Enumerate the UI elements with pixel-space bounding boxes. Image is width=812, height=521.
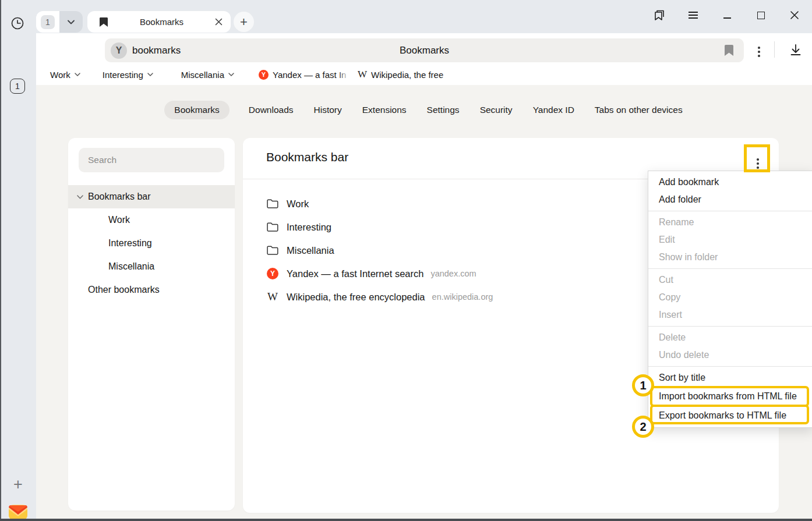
folder-label: Work xyxy=(50,70,70,80)
folder-icon xyxy=(266,199,279,208)
bookmarks-bar: Work Interesting Miscellania Y Yandex — … xyxy=(36,64,812,85)
manager-nav-tabs: Bookmarks Downloads History Extensions S… xyxy=(36,101,812,119)
chevron-down-icon xyxy=(75,73,80,76)
downloads-icon[interactable] xyxy=(788,42,804,58)
tab-group-chevron[interactable] xyxy=(59,11,83,33)
list-item-label: Yandex — a fast Internet search xyxy=(287,268,423,279)
close-button[interactable] xyxy=(788,8,802,22)
tab-group-count[interactable]: 1 xyxy=(36,11,59,33)
annotation-step-2: 2 xyxy=(632,416,654,438)
bookmarks-bar-folder-miscellania[interactable]: Miscellania xyxy=(181,70,234,80)
menu-item-sort-by-title[interactable]: Sort by title xyxy=(648,369,812,387)
bookmarks-bar-folder-interesting[interactable]: Interesting xyxy=(103,70,153,80)
wikipedia-favicon: W xyxy=(358,69,367,80)
folder-icon xyxy=(266,246,279,255)
search-box[interactable] xyxy=(79,148,224,172)
rail-tab-count-badge[interactable]: 1 xyxy=(10,79,25,94)
tab-settings[interactable]: Settings xyxy=(426,101,461,119)
window-edge-left xyxy=(0,0,1,521)
tab-history[interactable]: History xyxy=(313,101,343,119)
menu-item-add-folder[interactable]: Add folder xyxy=(648,191,812,208)
tree-item-work[interactable]: Work xyxy=(68,208,235,232)
search-input[interactable] xyxy=(88,155,215,165)
bookmarks-bar-link-yandex[interactable]: Y Yandex — a fast In xyxy=(259,70,349,80)
list-item-domain: yandex.com xyxy=(430,269,476,278)
menu-item-cut: Cut xyxy=(648,271,812,289)
tab-security[interactable]: Security xyxy=(479,101,514,119)
address-bar-page-title: Bookmarks xyxy=(105,38,744,62)
menu-item-edit: Edit xyxy=(648,231,812,249)
tree-item-label: Other bookmarks xyxy=(88,285,160,295)
annotation-step-1: 1 xyxy=(632,374,654,396)
folder-tree: Bookmarks bar Work Interesting Miscellan… xyxy=(68,185,235,302)
list-item-label: Interesting xyxy=(287,222,331,233)
menu-hamburger-icon[interactable] xyxy=(686,8,700,22)
tab-title: Bookmarks xyxy=(108,17,215,27)
tab-downloads[interactable]: Downloads xyxy=(248,101,295,119)
tree-item-label: Miscellania xyxy=(108,261,154,272)
tree-item-interesting[interactable]: Interesting xyxy=(68,232,235,255)
window-edge-bottom xyxy=(0,519,812,521)
annotation-highlight-kebab xyxy=(744,144,770,172)
bookmarks-bar-folder-work[interactable]: Work xyxy=(50,70,80,80)
link-label: Yandex — a fast In xyxy=(273,70,349,80)
maximize-button[interactable] xyxy=(754,8,768,22)
menu-item-copy: Copy xyxy=(648,289,812,306)
toolbar-more-icon[interactable] xyxy=(752,43,766,58)
folder-icon xyxy=(266,222,279,232)
tab-bookmarks[interactable]: Bookmarks xyxy=(164,101,230,119)
bookmark-icon xyxy=(99,17,108,27)
menu-item-rename: Rename xyxy=(648,214,812,231)
folders-sidebar: Bookmarks bar Work Interesting Miscellan… xyxy=(68,138,235,511)
address-bar[interactable]: Y bookmarks Bookmarks xyxy=(105,38,744,62)
tab-group-count-badge: 1 xyxy=(41,15,55,29)
list-item-domain: en.wikipedia.org xyxy=(432,292,493,302)
tree-item-bookmarks-bar[interactable]: Bookmarks bar xyxy=(68,185,235,208)
rail-add-icon[interactable]: + xyxy=(0,474,36,494)
toolbar-separator xyxy=(774,41,775,58)
list-item-label: Wikipedia, the free encyclopedia xyxy=(287,292,425,303)
tree-item-label: Interesting xyxy=(108,238,152,249)
yandex-favicon: Y xyxy=(266,268,279,279)
tree-item-label: Work xyxy=(108,215,130,225)
yandex-favicon: Y xyxy=(259,70,269,80)
tab-yandex-id[interactable]: Yandex ID xyxy=(532,101,576,119)
menu-item-show-in-folder: Show in folder xyxy=(648,249,812,266)
menu-item-undo-delete: Undo delete xyxy=(648,346,812,364)
bookmark-flag-icon[interactable] xyxy=(725,45,733,56)
tab-strip: 1 Bookmarks + xyxy=(0,0,812,33)
chevron-down-icon xyxy=(147,73,153,76)
panel-title: Bookmarks bar xyxy=(266,150,348,164)
tab-other-devices[interactable]: Tabs on other devices xyxy=(594,101,684,119)
menu-item-insert: Insert xyxy=(648,306,812,324)
tree-item-label: Bookmarks bar xyxy=(88,192,151,202)
menu-item-delete: Delete xyxy=(648,329,812,346)
tab-close-icon[interactable] xyxy=(215,18,223,26)
tab-group-chip[interactable]: 1 xyxy=(36,11,83,33)
chevron-down-icon xyxy=(228,73,234,76)
bookmarks-bar-link-wikipedia[interactable]: W Wikipedia, the free xyxy=(358,69,453,80)
wikipedia-favicon: W xyxy=(266,290,279,303)
folder-label: Miscellania xyxy=(181,70,224,80)
list-item-label: Work xyxy=(287,199,309,210)
tab-extensions[interactable]: Extensions xyxy=(361,101,408,119)
annotation-highlight-import xyxy=(650,386,809,407)
menu-item-add-bookmark[interactable]: Add bookmark xyxy=(648,173,812,191)
new-tab-button[interactable]: + xyxy=(234,12,254,32)
history-clock-icon[interactable] xyxy=(9,15,26,31)
link-label: Wikipedia, the free xyxy=(371,70,453,80)
annotation-highlight-export xyxy=(650,405,809,424)
browser-tab-bookmarks[interactable]: Bookmarks xyxy=(87,11,231,33)
tree-item-other-bookmarks[interactable]: Other bookmarks xyxy=(68,278,235,302)
tree-item-miscellania[interactable]: Miscellania xyxy=(68,255,235,278)
chevron-down-icon[interactable] xyxy=(77,195,83,199)
left-side-rail: 1 + xyxy=(0,33,36,521)
list-item-label: Miscellania xyxy=(287,245,334,256)
folder-label: Interesting xyxy=(103,70,143,80)
minimize-button[interactable] xyxy=(720,8,734,22)
tabs-panel-icon[interactable] xyxy=(652,8,666,22)
